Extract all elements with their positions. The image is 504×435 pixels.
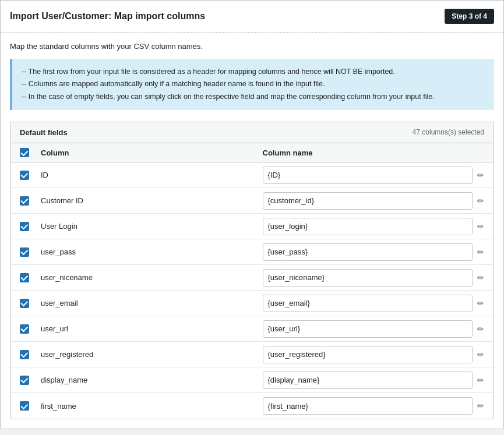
- header-checkbox[interactable]: [20, 148, 29, 157]
- value-input-7[interactable]: {user_registered}: [263, 346, 473, 363]
- value-input-1[interactable]: {customer_id}: [263, 192, 473, 210]
- edit-icon-3[interactable]: ✏: [477, 247, 484, 257]
- section-title: Default fields: [20, 128, 68, 137]
- checkbox-3[interactable]: [20, 247, 29, 257]
- table-row: user_pass {user_pass} ✏: [10, 239, 494, 265]
- checkbox-9[interactable]: [20, 401, 29, 411]
- value-input-8[interactable]: {display_name}: [263, 372, 473, 389]
- row-checkbox-5[interactable]: [20, 299, 41, 308]
- row-label-6: user_url: [41, 324, 263, 333]
- column-name-header-label: Column name: [263, 148, 485, 157]
- table-row: user_nicename {user_nicename} ✏: [10, 265, 494, 291]
- row-checkbox-4[interactable]: [20, 273, 41, 282]
- edit-icon-9[interactable]: ✏: [477, 401, 484, 411]
- value-text-4: {user_nicename}: [268, 273, 325, 282]
- edit-icon-8[interactable]: ✏: [477, 376, 484, 385]
- column-headers: Column Column name: [10, 143, 494, 163]
- checkbox-1[interactable]: [20, 196, 29, 206]
- table-row: Customer ID {customer_id} ✏: [10, 188, 494, 214]
- column-header-label: Column: [41, 148, 263, 157]
- row-value-2: {user_login} ✏: [263, 218, 485, 235]
- row-checkbox-1[interactable]: [20, 196, 41, 206]
- value-text-2: {user_login}: [268, 222, 308, 231]
- edit-icon-7[interactable]: ✏: [477, 350, 484, 359]
- value-text-9: {first_name}: [268, 402, 308, 411]
- row-label-5: user_email: [41, 299, 263, 307]
- row-label-1: Customer ID: [41, 196, 263, 205]
- table-row: user_email {user_email} ✏: [10, 291, 494, 316]
- checkbox-0[interactable]: [20, 171, 29, 180]
- table-row: User Login {user_login} ✏: [10, 214, 494, 239]
- row-checkbox-3[interactable]: [20, 247, 41, 257]
- step-badge: Step 3 of 4: [445, 9, 494, 24]
- checkbox-6[interactable]: [20, 324, 29, 334]
- info-box: -- The first row from your input file is…: [10, 59, 494, 110]
- checkbox-5[interactable]: [20, 299, 29, 308]
- row-label-7: user_registered: [41, 350, 263, 359]
- row-checkbox-2[interactable]: [20, 222, 41, 231]
- edit-icon-4[interactable]: ✏: [477, 273, 484, 282]
- row-value-8: {display_name} ✏: [263, 372, 485, 389]
- checkbox-8[interactable]: [20, 376, 29, 385]
- edit-icon-1[interactable]: ✏: [477, 196, 484, 206]
- mapping-table: Default fields 47 columns(s) selected Co…: [10, 122, 494, 420]
- row-value-3: {user_pass} ✏: [263, 243, 485, 261]
- row-value-0: {ID} ✏: [263, 167, 485, 184]
- row-checkbox-6[interactable]: [20, 324, 41, 334]
- edit-icon-6[interactable]: ✏: [477, 324, 484, 334]
- value-text-5: {user_email}: [268, 299, 310, 307]
- info-line-3: -- In the case of empty fields, you can …: [22, 91, 485, 103]
- description-text: Map the standard columns with your CSV c…: [10, 42, 494, 51]
- page-title: Import User/Customer: Map import columns: [10, 11, 205, 22]
- value-text-1: {customer_id}: [268, 196, 315, 205]
- value-input-5[interactable]: {user_email}: [263, 295, 473, 312]
- columns-selected-count: 47 columns(s) selected: [413, 128, 484, 136]
- value-input-3[interactable]: {user_pass}: [263, 243, 473, 261]
- value-text-0: {ID}: [268, 171, 281, 179]
- table-section-header: Default fields 47 columns(s) selected: [10, 122, 494, 143]
- row-checkbox-9[interactable]: [20, 401, 41, 411]
- row-label-4: user_nicename: [41, 273, 263, 282]
- value-input-9[interactable]: {first_name}: [263, 397, 473, 415]
- table-row: user_registered {user_registered} ✏: [10, 342, 494, 367]
- row-label-0: ID: [41, 171, 263, 179]
- value-text-8: {display_name}: [268, 376, 320, 384]
- checkbox-4[interactable]: [20, 273, 29, 282]
- edit-icon-0[interactable]: ✏: [477, 171, 484, 180]
- table-row: ID {ID} ✏: [10, 162, 494, 188]
- row-checkbox-0[interactable]: [20, 171, 41, 180]
- checkbox-2[interactable]: [20, 222, 29, 231]
- value-input-4[interactable]: {user_nicename}: [263, 269, 473, 287]
- value-input-6[interactable]: {user_url}: [263, 320, 473, 338]
- value-text-7: {user_registered}: [268, 350, 326, 359]
- table-row: user_url {user_url} ✏: [10, 316, 494, 342]
- row-label-2: User Login: [41, 222, 263, 231]
- value-text-3: {user_pass}: [268, 247, 308, 256]
- row-value-4: {user_nicename} ✏: [263, 269, 485, 287]
- row-label-3: user_pass: [41, 247, 263, 256]
- row-label-8: display_name: [41, 376, 263, 384]
- row-checkbox-7[interactable]: [20, 350, 41, 359]
- value-text-6: {user_url}: [268, 324, 301, 333]
- table-row: display_name {display_name} ✏: [10, 367, 494, 393]
- info-line-2: -- Columns are mapped automatically only…: [22, 78, 485, 90]
- row-value-1: {customer_id} ✏: [263, 192, 485, 210]
- table-row: first_name {first_name} ✏: [10, 393, 494, 419]
- checkbox-7[interactable]: [20, 350, 29, 359]
- header-checkbox-container[interactable]: [20, 148, 41, 158]
- value-input-2[interactable]: {user_login}: [263, 218, 473, 235]
- row-value-7: {user_registered} ✏: [263, 346, 485, 363]
- edit-icon-2[interactable]: ✏: [477, 222, 484, 231]
- edit-icon-5[interactable]: ✏: [477, 299, 484, 308]
- row-checkbox-8[interactable]: [20, 376, 41, 385]
- row-label-9: first_name: [41, 402, 263, 411]
- row-value-5: {user_email} ✏: [263, 295, 485, 312]
- value-input-0[interactable]: {ID}: [263, 167, 473, 184]
- table-rows-container: ID {ID} ✏ Customer ID {customer_id} ✏ Us…: [10, 162, 494, 419]
- row-value-9: {first_name} ✏: [263, 397, 485, 415]
- row-value-6: {user_url} ✏: [263, 320, 485, 338]
- info-line-1: -- The first row from your input file is…: [22, 66, 485, 78]
